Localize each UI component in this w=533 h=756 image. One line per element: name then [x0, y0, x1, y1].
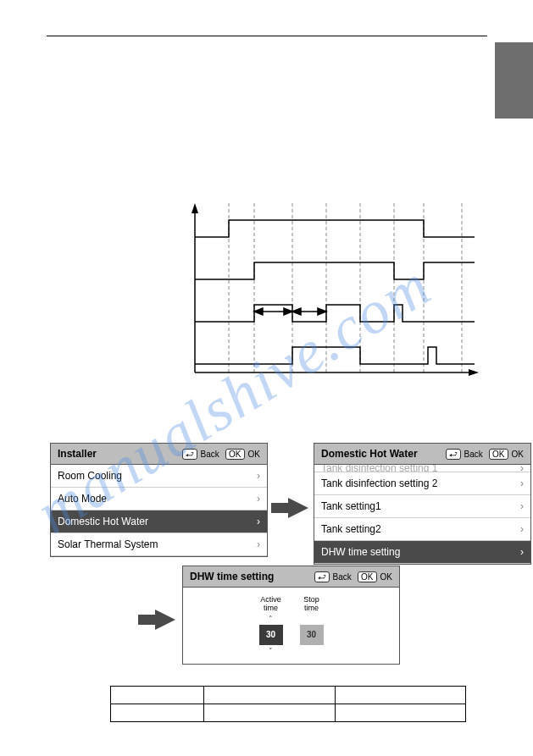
top-divider — [47, 36, 487, 36]
installer-panel: Installer ⮐Back OKOK Room Cooling› Auto … — [50, 443, 268, 557]
page-side-tab — [495, 42, 533, 119]
menu-item-label: Domestic Hot Water — [58, 516, 148, 527]
menu-tank-setting-2[interactable]: Tank setting2› — [314, 518, 530, 541]
ok-icon[interactable]: OK — [225, 449, 244, 460]
stop-time-value[interactable]: 30 — [300, 625, 324, 645]
menu-item-label: Tank setting2 — [321, 523, 381, 535]
table-row — [111, 687, 466, 704]
chevron-right-icon: › — [520, 477, 524, 489]
caret-up-icon[interactable]: ˄ — [269, 615, 273, 623]
menu-item-label: Tank setting1 — [321, 500, 381, 512]
menu-item-label: Tank disinfection setting 1 — [321, 465, 437, 472]
installer-header-actions: ⮐Back OKOK — [179, 448, 260, 460]
timing-diagram — [182, 203, 479, 381]
chevron-right-icon: › — [520, 500, 524, 512]
chevron-right-icon: › — [257, 538, 260, 550]
ok-label: OK — [248, 450, 260, 459]
svg-marker-9 — [192, 203, 198, 213]
back-icon[interactable]: ⮐ — [182, 449, 197, 460]
ok-label: OK — [512, 450, 524, 459]
ok-icon[interactable]: OK — [358, 571, 376, 582]
dhw-header-actions: ⮐Back OKOK — [442, 448, 524, 460]
svg-marker-16 — [292, 308, 301, 315]
dhw-title: Domestic Hot Water — [321, 448, 418, 460]
menu-tank-disinfection-2[interactable]: Tank disinfection setting 2› — [314, 472, 530, 495]
menu-item-label: Tank disinfection setting 2 — [321, 477, 437, 489]
flow-arrow-icon — [288, 498, 308, 518]
menu-item-label: Solar Thermal System — [58, 538, 158, 550]
caret-down-icon[interactable]: ˅ — [269, 647, 273, 655]
back-label: Back — [201, 450, 219, 459]
menu-solar-thermal[interactable]: Solar Thermal System› — [51, 533, 267, 556]
stop-time-label: Stop time — [303, 596, 319, 613]
dhw-header: Domestic Hot Water ⮐Back OKOK — [314, 444, 530, 465]
back-label: Back — [464, 450, 483, 459]
menu-tank-disinfection-1[interactable]: Tank disinfection setting 1› — [314, 465, 530, 472]
flow-arrow-body — [138, 615, 155, 625]
ok-icon[interactable]: OK — [489, 449, 508, 460]
active-time-value[interactable]: 30 — [259, 625, 283, 645]
chevron-right-icon: › — [257, 493, 260, 505]
time-header-actions: ⮐Back OKOK — [311, 571, 392, 582]
installer-header: Installer ⮐Back OKOK — [51, 444, 267, 465]
menu-room-cooling[interactable]: Room Cooling› — [51, 465, 267, 488]
empty-table — [110, 686, 466, 722]
chevron-right-icon: › — [257, 470, 260, 482]
menu-auto-mode[interactable]: Auto Mode› — [51, 488, 267, 510]
chevron-right-icon: › — [520, 546, 524, 558]
flow-arrow-body — [271, 503, 288, 513]
flow-arrow-icon — [155, 610, 175, 630]
chevron-right-icon: › — [520, 465, 524, 472]
menu-item-label: DHW time setting — [321, 546, 400, 558]
back-icon[interactable]: ⮐ — [446, 449, 461, 460]
menu-tank-setting-1[interactable]: Tank setting1› — [314, 495, 530, 518]
table-row — [111, 704, 466, 722]
back-label: Back — [333, 572, 352, 582]
installer-title: Installer — [58, 448, 97, 460]
svg-marker-17 — [318, 308, 326, 315]
chevron-right-icon: › — [257, 516, 260, 527]
back-icon[interactable]: ⮐ — [314, 571, 330, 582]
time-title: DHW time setting — [190, 571, 274, 582]
active-time-label: Active time — [260, 596, 281, 613]
active-time-col: Active time ˄ 30 ˅ — [259, 596, 283, 655]
menu-dhw-time-setting[interactable]: DHW time setting› — [314, 541, 530, 564]
menu-domestic-hot-water[interactable]: Domestic Hot Water› — [51, 510, 267, 533]
chevron-right-icon: › — [520, 523, 524, 535]
svg-marker-13 — [254, 308, 263, 315]
time-body: Active time ˄ 30 ˅ Stop time ˄ 30 ˅ — [183, 588, 399, 664]
time-header: DHW time setting ⮐Back OKOK — [183, 566, 399, 588]
svg-marker-11 — [469, 369, 479, 376]
stop-time-col: Stop time ˄ 30 ˅ — [300, 596, 324, 655]
dhw-time-panel: DHW time setting ⮐Back OKOK Active time … — [182, 566, 400, 665]
menu-item-label: Room Cooling — [58, 470, 122, 482]
dhw-panel: Domestic Hot Water ⮐Back OKOK Tank disin… — [314, 443, 531, 565]
ok-label: OK — [380, 572, 392, 582]
menu-item-label: Auto Mode — [58, 493, 107, 505]
